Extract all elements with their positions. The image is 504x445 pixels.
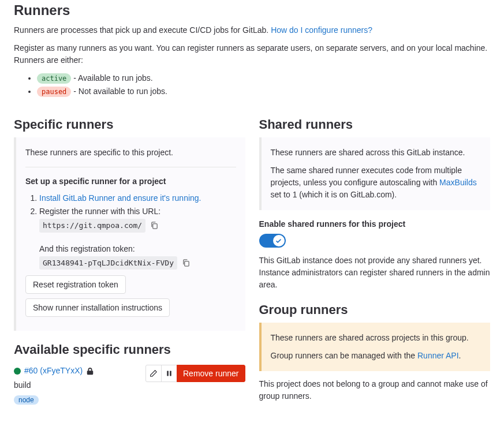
runner-description: build [14,379,94,391]
group-runners-well: These runners are shared across projects… [259,323,491,371]
specific-intro: These runners are specific to this proje… [25,147,236,159]
copy-url-icon[interactable] [150,221,159,230]
configure-runners-link[interactable]: How do I configure runners? [271,25,372,35]
show-instructions-button[interactable]: Show runner installation instructions [25,298,170,317]
register-token-value: GR1348941-pTqLJDcidKtNix-FVDy [39,256,177,270]
specific-runners-well: These runners are specific to this proje… [14,137,245,331]
register-url-label: Register the runner with this URL: [39,205,236,218]
active-desc: - Available to run jobs. [71,73,152,83]
state-active-item: active - Available to run jobs. [37,72,490,84]
shared-intro: These runners are shared across this Git… [271,147,481,159]
maxbuilds-link[interactable]: MaxBuilds [439,178,477,187]
separator [25,167,236,167]
group-body-prefix: Group runners can be managed with the [271,351,418,360]
check-icon [275,238,282,244]
shared-runners-heading: Shared runners [259,115,491,134]
runner-actions: Remove runner [145,365,245,382]
setup-heading: Set up a specific runner for a project [25,175,236,188]
shared-runners-column: Shared runners These runners are shared … [259,106,491,402]
svg-rect-2 [167,371,169,376]
enable-shared-toggle[interactable] [259,234,286,248]
register-token-label: And this registration token: [39,243,236,255]
paused-desc: - Not available to run jobs. [71,87,167,96]
shared-runners-well: These runners are shared across this Git… [259,137,491,210]
svg-rect-0 [153,224,158,229]
paused-badge: paused [37,87,71,97]
install-runner-link[interactable]: Install GitLab Runner and ensure it's ru… [39,193,201,203]
setup-step-1: Install GitLab Runner and ensure it's ru… [39,192,236,204]
no-group-text: This project does not belong to a group … [259,378,491,402]
specific-runners-heading: Specific runners [14,115,245,134]
reset-token-button[interactable]: Reset registration token [25,275,126,294]
runner-row: #60 (xFyeTYxX) build node [14,365,245,406]
pause-icon [166,370,173,377]
page-title: Runners [14,0,490,21]
state-paused-item: paused - Not available to run jobs. [37,85,490,98]
pencil-icon [150,369,158,377]
pause-runner-button[interactable] [161,365,177,382]
group-intro: These runners are shared across projects… [271,332,481,344]
group-runners-heading: Group runners [259,300,491,319]
register-url-value: https://git.qmpoa.com/ [39,219,145,233]
enable-shared-label: Enable shared runners for this project [259,218,491,230]
group-body: Group runners can be managed with the Ru… [271,350,481,362]
runner-tag: node [14,395,39,405]
copy-token-icon[interactable] [182,259,191,267]
setup-steps: Install GitLab Runner and ensure it's ru… [25,192,236,270]
setup-step-2: Register the runner with this URL: https… [39,205,236,270]
shared-body-prefix: The same shared runner executes code fro… [271,166,462,187]
specific-runners-column: Specific runners These runners are speci… [14,106,245,406]
svg-rect-1 [185,261,189,265]
runners-intro-text: Runners are processes that pick up and e… [14,25,271,35]
remove-runner-button[interactable]: Remove runner [177,365,245,382]
shared-body-suffix: set to 1 (which it is on GitLab.com). [271,190,397,199]
register-text: Register as many runners as you want. Yo… [14,42,490,66]
runner-states-list: active - Available to run jobs. paused -… [14,72,490,98]
runners-intro: Runners are processes that pick up and e… [14,24,490,36]
shared-body: The same shared runner executes code fro… [271,164,481,201]
runner-link[interactable]: #60 (xFyeTYxX) [24,365,83,377]
runner-status-dot [14,368,21,375]
available-runners-heading: Available specific runners [14,340,245,359]
active-badge: active [37,73,71,84]
group-body-suffix: . [459,351,461,360]
svg-rect-3 [170,371,171,376]
edit-runner-button[interactable] [145,365,162,382]
runner-api-link[interactable]: Runner API [417,351,459,360]
no-shared-runners-text: This GitLab instance does not provide an… [259,255,491,291]
lock-icon [86,367,94,375]
